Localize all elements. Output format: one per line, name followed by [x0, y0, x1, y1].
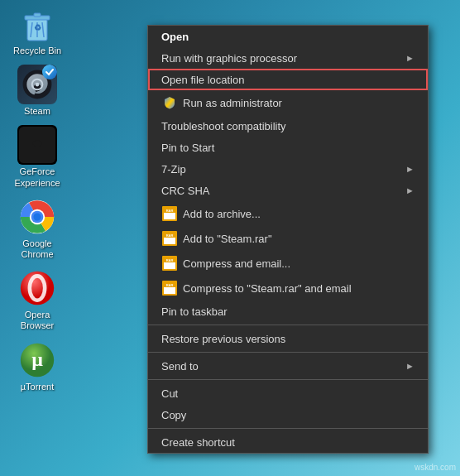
menu-item-create-shortcut[interactable]: Create shortcut [148, 431, 428, 453]
opera-icon [17, 268, 57, 308]
svg-text:♻: ♻ [34, 23, 41, 32]
menu-item-pin-taskbar[interactable]: Pin to taskbar [148, 301, 428, 322]
menu-pin-taskbar-label: Pin to taskbar [161, 305, 414, 318]
menu-item-open-file-location[interactable]: Open file location [148, 69, 428, 90]
menu-item-send-to[interactable]: Send to ► [148, 355, 428, 377]
steam-icon [17, 65, 57, 104]
menu-add-steam-rar-label: Add to "Steam.rar" [183, 233, 414, 245]
menu-item-run-graphics[interactable]: Run with graphics processor ► [148, 47, 428, 69]
separator-4 [148, 428, 428, 429]
rar-compress-steam-icon: RAR [161, 280, 178, 296]
menu-send-to-label: Send to [161, 360, 397, 373]
menu-item-add-archive[interactable]: RAR Add to archive... [148, 201, 428, 226]
rar-compress-icon: RAR [161, 255, 178, 272]
shield-icon [161, 94, 178, 111]
rar-archive-icon: RAR [161, 205, 178, 222]
menu-7zip-label: 7-Zip [161, 163, 397, 175]
utorrent-icon: µ [17, 340, 57, 380]
menu-item-crc-sha[interactable]: CRC SHA ► [148, 180, 428, 201]
rar-steam-icon: RAR [161, 230, 178, 247]
menu-item-compress-steam-email[interactable]: RAR Compress to "Steam.rar" and email [148, 276, 428, 301]
menu-open-file-label: Open file location [161, 74, 414, 86]
desktop-icon-geforce[interactable]: GeForceExperience [8, 125, 66, 188]
menu-item-add-steam-rar[interactable]: RAR Add to "Steam.rar" [148, 226, 428, 251]
menu-item-troubleshoot[interactable]: Troubleshoot compatibility [148, 115, 428, 137]
menu-item-open[interactable]: Open [148, 26, 428, 47]
menu-copy-label: Copy [161, 409, 414, 421]
watermark: wskdn.com [414, 463, 456, 472]
menu-item-run-admin[interactable]: Run as administrator [148, 90, 428, 115]
desktop: ♻ Recycle Bin [0, 0, 460, 476]
7zip-arrow: ► [405, 164, 414, 174]
menu-item-compress-email[interactable]: RAR Compress and email... [148, 251, 428, 276]
menu-item-copy[interactable]: Copy [148, 404, 428, 426]
utorrent-label: µTorrent [21, 382, 55, 392]
desktop-icon-recycle-bin[interactable]: ♻ Recycle Bin [8, 4, 66, 56]
menu-run-admin-label: Run as administrator [183, 97, 414, 109]
menu-item-restore-versions[interactable]: Restore previous versions [148, 328, 428, 349]
menu-create-shortcut-label: Create shortcut [161, 436, 414, 449]
svg-point-15 [33, 141, 42, 147]
desktop-icon-opera[interactable]: OperaBrowser [8, 268, 66, 331]
svg-point-9 [36, 83, 40, 87]
recycle-bin-icon: ♻ [17, 4, 57, 44]
separator-2 [148, 352, 428, 353]
desktop-icon-chrome[interactable]: GoogleChrome [8, 197, 66, 260]
desktop-icons: ♻ Recycle Bin [8, 0, 66, 392]
chrome-label: GoogleChrome [21, 238, 53, 260]
menu-item-7zip[interactable]: 7-Zip ► [148, 158, 428, 180]
menu-add-archive-label: Add to archive... [183, 208, 414, 220]
desktop-icon-steam[interactable]: Steam [8, 65, 66, 117]
context-menu: Open Run with graphics processor ► Open … [147, 25, 429, 454]
svg-text:µ: µ [31, 349, 43, 370]
menu-item-cut[interactable]: Cut [148, 382, 428, 404]
menu-troubleshoot-label: Troubleshoot compatibility [161, 120, 414, 132]
send-to-arrow: ► [405, 361, 414, 371]
run-graphics-arrow: ► [405, 53, 414, 63]
menu-restore-versions-label: Restore previous versions [161, 333, 414, 345]
svg-point-19 [33, 213, 41, 220]
crc-sha-arrow: ► [405, 185, 414, 195]
geforce-label: GeForceExperience [14, 166, 60, 188]
opera-label: OperaBrowser [21, 310, 54, 331]
recycle-bin-label: Recycle Bin [13, 46, 61, 56]
svg-rect-2 [34, 13, 41, 17]
menu-run-graphics-label: Run with graphics processor [161, 52, 397, 65]
geforce-icon [17, 125, 57, 165]
desktop-icon-utorrent[interactable]: µ µTorrent [8, 340, 66, 392]
svg-point-10 [43, 65, 56, 79]
menu-compress-steam-email-label: Compress to "Steam.rar" and email [183, 282, 414, 295]
menu-crc-sha-label: CRC SHA [161, 185, 397, 197]
chrome-icon [17, 197, 57, 237]
menu-cut-label: Cut [161, 387, 414, 400]
menu-compress-email-label: Compress and email... [183, 257, 414, 270]
separator-1 [148, 325, 428, 325]
separator-3 [148, 379, 428, 380]
menu-open-label: Open [161, 31, 414, 43]
menu-item-pin-start[interactable]: Pin to Start [148, 137, 428, 158]
menu-pin-start-label: Pin to Start [161, 142, 414, 154]
steam-label: Steam [24, 106, 50, 117]
